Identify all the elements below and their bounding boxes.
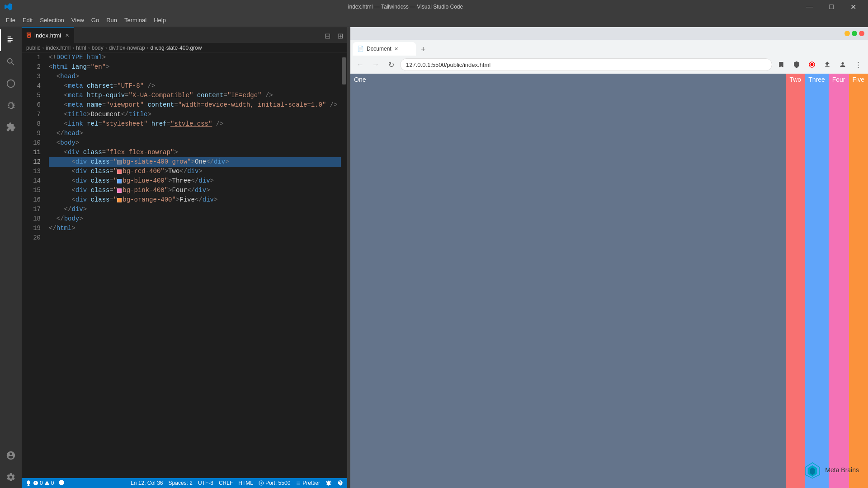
status-prettier[interactable]: Prettier bbox=[296, 480, 320, 486]
scrollbar-thumb[interactable] bbox=[342, 57, 346, 84]
minimize-button[interactable]: — bbox=[799, 0, 820, 14]
color-swatch-pink bbox=[117, 188, 122, 193]
div-five-text: Five bbox=[853, 76, 864, 83]
code-line-13: <div class="bg-red-400">Two</div> bbox=[49, 167, 341, 176]
menu-run[interactable]: Run bbox=[103, 15, 121, 25]
browser-reload-button[interactable]: ↻ bbox=[385, 58, 397, 71]
close-button[interactable]: ✕ bbox=[843, 0, 863, 14]
menu-view[interactable]: View bbox=[68, 15, 88, 25]
code-line-14: <div class="bg-blue-400">Three</div> bbox=[49, 176, 341, 186]
editor-layout-button[interactable]: ⊞ bbox=[335, 30, 345, 41]
status-bar: 0 0 Ln 12, Col 36 Spaces: 2 UTF-8 CRLF H… bbox=[22, 478, 347, 488]
browser-tab-close[interactable]: ✕ bbox=[394, 46, 398, 52]
status-spaces[interactable]: Spaces: 2 bbox=[169, 480, 193, 486]
browser-new-tab-button[interactable]: + bbox=[417, 43, 429, 56]
bookmark-button[interactable] bbox=[775, 58, 788, 71]
rendered-div-one: One bbox=[350, 74, 786, 488]
code-line-9: </head> bbox=[49, 129, 341, 138]
rendered-div-three: Three bbox=[805, 74, 829, 488]
tab-filename: index.html bbox=[34, 32, 61, 39]
status-port[interactable]: Port: 5500 bbox=[259, 480, 290, 486]
line-numbers: 1 2 3 4 5 6 7 8 9 10 11 12 13 14 15 16 1… bbox=[22, 53, 44, 478]
browser-content: One Two Three Four Five bbox=[350, 74, 868, 488]
code-editor[interactable]: <!DOCTYPE html> <html lang="en"> <head> … bbox=[44, 53, 341, 478]
error-count[interactable]: 0 0 bbox=[33, 480, 54, 486]
live-server-icon[interactable] bbox=[58, 479, 65, 487]
menu-go[interactable]: Go bbox=[88, 15, 103, 25]
code-line-16: <div class="bg-orange-400">Five</div> bbox=[49, 195, 341, 205]
maximize-button[interactable]: □ bbox=[821, 0, 842, 14]
breadcrumb-div-slate[interactable]: div.bg-slate-400.grow bbox=[151, 45, 202, 51]
code-line-17: </div> bbox=[49, 205, 341, 214]
tab-index-html[interactable]: index.html ✕ bbox=[22, 27, 74, 43]
main-area: index.html ✕ ⊟ ⊞ public › index.html › h… bbox=[0, 27, 868, 488]
html-icon bbox=[26, 33, 32, 38]
breadcrumb-flex-nowrap[interactable]: div.flex-nowrap bbox=[109, 45, 145, 51]
sidebar-item-extensions[interactable] bbox=[0, 116, 22, 138]
breadcrumb: public › index.html › html › body › div.… bbox=[22, 43, 347, 53]
menu-help[interactable]: Help bbox=[150, 15, 170, 25]
shield-button[interactable] bbox=[790, 58, 803, 71]
status-encoding[interactable]: UTF-8 bbox=[198, 480, 213, 486]
div-three-text: Three bbox=[808, 76, 825, 83]
browser-close[interactable] bbox=[859, 31, 864, 36]
status-language[interactable]: HTML bbox=[238, 480, 253, 486]
sidebar-item-account[interactable] bbox=[0, 445, 22, 466]
status-cursor[interactable]: Ln 12, Col 36 bbox=[131, 480, 163, 486]
git-branch[interactable]: 0 0 bbox=[25, 480, 54, 486]
code-line-3: <head> bbox=[49, 72, 341, 81]
menu-bar: File Edit Selection View Go Run Terminal… bbox=[0, 14, 868, 27]
sidebar-item-explorer[interactable] bbox=[0, 29, 22, 51]
code-line-1: <!DOCTYPE html> bbox=[49, 53, 341, 62]
menu-file[interactable]: File bbox=[2, 15, 19, 25]
status-bar-right: Ln 12, Col 36 Spaces: 2 UTF-8 CRLF HTML … bbox=[131, 480, 344, 486]
browser-chrome: 📄 Document ✕ + ← → ↻ bbox=[350, 27, 868, 74]
extension-button[interactable] bbox=[806, 58, 818, 71]
title-bar: index.html — Tailwindcss — Visual Studio… bbox=[0, 0, 868, 14]
menu-edit[interactable]: Edit bbox=[19, 15, 36, 25]
code-line-10: <body> bbox=[49, 138, 341, 148]
browser-maximize[interactable] bbox=[852, 31, 857, 36]
menu-selection[interactable]: Selection bbox=[36, 15, 67, 25]
downloads-button[interactable] bbox=[821, 58, 834, 71]
tab-close-button[interactable]: ✕ bbox=[65, 33, 69, 38]
sidebar-item-source-control[interactable] bbox=[0, 73, 22, 94]
breadcrumb-file[interactable]: index.html bbox=[46, 45, 71, 51]
code-line-18: </body> bbox=[49, 214, 341, 224]
code-line-5: <meta http-equiv="X-UA-Compatible" conte… bbox=[49, 91, 341, 100]
browser-tab-document[interactable]: 📄 Document ✕ bbox=[353, 42, 416, 56]
watermark-text: Meta Brains bbox=[825, 466, 859, 474]
status-feedback[interactable] bbox=[337, 480, 344, 486]
code-line-4: <meta charset="UTF-8" /> bbox=[49, 81, 341, 91]
color-swatch-blue bbox=[117, 179, 122, 183]
split-editor-button[interactable]: ⊟ bbox=[322, 30, 333, 41]
breadcrumb-public[interactable]: public bbox=[26, 45, 40, 51]
rendered-div-four: Four bbox=[829, 74, 849, 488]
svg-point-3 bbox=[811, 63, 814, 66]
sidebar-item-debug[interactable] bbox=[0, 94, 22, 116]
title-bar-title: index.html — Tailwindcss — Visual Studio… bbox=[348, 4, 463, 10]
meta-brains-logo bbox=[803, 461, 821, 479]
browser-forward-button[interactable]: → bbox=[369, 58, 382, 71]
breadcrumb-body[interactable]: body bbox=[92, 45, 104, 51]
editor-scrollbar[interactable] bbox=[341, 53, 347, 478]
address-bar[interactable] bbox=[400, 58, 772, 71]
window-controls: — □ ✕ bbox=[799, 0, 863, 14]
div-four-text: Four bbox=[832, 76, 845, 83]
menu-terminal[interactable]: Terminal bbox=[121, 15, 150, 25]
sidebar-item-search[interactable] bbox=[0, 51, 22, 73]
browser-menu-button[interactable]: ⋮ bbox=[852, 58, 864, 71]
breadcrumb-html[interactable]: html bbox=[76, 45, 86, 51]
tab-bar: index.html ✕ ⊟ ⊞ bbox=[22, 27, 347, 43]
browser-back-button[interactable]: ← bbox=[354, 58, 367, 71]
browser-panel: 📄 Document ✕ + ← → ↻ bbox=[350, 27, 868, 488]
sidebar-item-settings[interactable] bbox=[0, 466, 22, 488]
status-line-ending[interactable]: CRLF bbox=[219, 480, 233, 486]
rendered-div-two: Two bbox=[786, 74, 805, 488]
editor-panel: index.html ✕ ⊟ ⊞ public › index.html › h… bbox=[22, 27, 347, 488]
profile-button[interactable] bbox=[836, 58, 849, 71]
browser-minimize[interactable] bbox=[844, 31, 850, 36]
status-notifications[interactable] bbox=[326, 480, 332, 486]
div-two-text: Two bbox=[789, 76, 801, 83]
code-line-12[interactable]: <div class="bg-slate-400 grow">One</div> bbox=[49, 157, 341, 167]
